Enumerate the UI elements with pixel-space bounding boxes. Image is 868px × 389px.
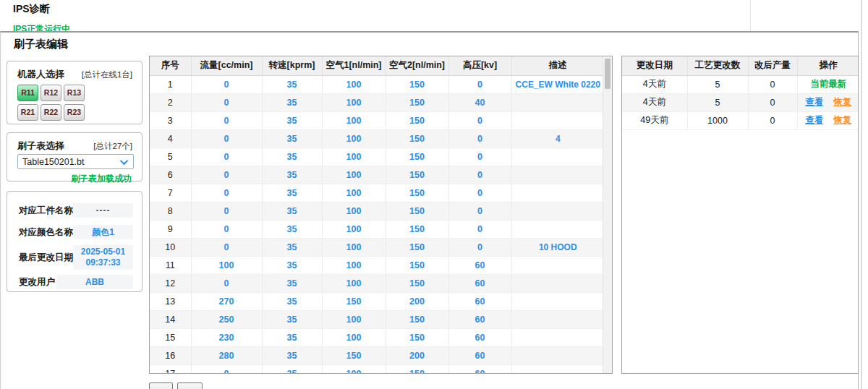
- cell-air2[interactable]: 150: [386, 111, 448, 129]
- cell-speed[interactable]: 35: [262, 129, 322, 148]
- cell-flow[interactable]: 0: [191, 364, 262, 374]
- cell-speed[interactable]: 35: [262, 274, 322, 292]
- cell-highvoltage[interactable]: 0: [448, 220, 511, 238]
- cell-description[interactable]: [511, 256, 604, 274]
- cell-speed[interactable]: 35: [262, 220, 322, 238]
- cell-air2[interactable]: 150: [386, 220, 448, 238]
- cell-highvoltage[interactable]: 0: [448, 148, 511, 166]
- cell-air2[interactable]: 150: [386, 202, 448, 220]
- cell-air2[interactable]: 200: [386, 346, 448, 364]
- cell-flow[interactable]: 0: [191, 202, 262, 220]
- cell-highvoltage[interactable]: 40: [448, 93, 511, 111]
- cell-air1[interactable]: 100: [322, 364, 386, 374]
- cell-highvoltage[interactable]: 0: [448, 129, 511, 148]
- cell-air2[interactable]: 200: [386, 292, 448, 310]
- cell-flow[interactable]: 0: [191, 274, 262, 292]
- brush-table-dropdown[interactable]: Table150201.bt: [17, 154, 134, 169]
- cell-air2[interactable]: 150: [386, 310, 448, 328]
- scrollbar-thumb[interactable]: [605, 59, 610, 89]
- cell-air1[interactable]: 100: [322, 75, 386, 93]
- cell-air2[interactable]: 150: [386, 93, 448, 111]
- cell-highvoltage[interactable]: 0: [448, 238, 511, 256]
- cell-highvoltage[interactable]: 0: [448, 184, 511, 202]
- robot-button-r12[interactable]: R12: [41, 85, 61, 101]
- cell-air2[interactable]: 150: [386, 148, 448, 166]
- cell-speed[interactable]: 35: [262, 184, 322, 202]
- cell-description[interactable]: [511, 111, 604, 129]
- view-link[interactable]: 查看: [805, 115, 823, 125]
- cell-air2[interactable]: 150: [386, 364, 448, 374]
- cell-air1[interactable]: 100: [322, 310, 386, 328]
- cell-flow[interactable]: 0: [191, 111, 262, 129]
- cell-air1[interactable]: 100: [322, 184, 386, 202]
- cell-description[interactable]: [511, 220, 604, 238]
- cell-speed[interactable]: 35: [262, 238, 322, 256]
- cell-air2[interactable]: 150: [386, 166, 448, 184]
- cell-air1[interactable]: 100: [322, 274, 386, 292]
- cell-description[interactable]: [511, 328, 604, 346]
- robot-button-r13[interactable]: R13: [64, 85, 85, 101]
- cell-air1[interactable]: 100: [322, 111, 386, 129]
- restore-link[interactable]: 恢复: [833, 115, 851, 125]
- cell-flow[interactable]: 230: [191, 328, 262, 346]
- cell-highvoltage[interactable]: 60: [448, 292, 511, 310]
- cell-speed[interactable]: 35: [262, 93, 322, 111]
- cell-highvoltage[interactable]: 0: [448, 75, 511, 93]
- cell-air1[interactable]: 100: [322, 220, 386, 238]
- cell-description[interactable]: [511, 202, 604, 220]
- cell-speed[interactable]: 35: [262, 75, 322, 93]
- cell-air1[interactable]: 100: [322, 238, 386, 256]
- cell-air1[interactable]: 100: [322, 148, 386, 166]
- cell-description[interactable]: 10 HOOD: [511, 238, 604, 256]
- cell-speed[interactable]: 35: [262, 256, 322, 274]
- cell-air1[interactable]: 100: [322, 256, 386, 274]
- cell-air2[interactable]: 150: [386, 129, 448, 148]
- cell-flow[interactable]: 280: [191, 346, 262, 364]
- cell-air2[interactable]: 150: [386, 75, 448, 93]
- cell-speed[interactable]: 35: [262, 148, 322, 166]
- cell-speed[interactable]: 35: [262, 202, 322, 220]
- cell-air2[interactable]: 150: [386, 328, 448, 346]
- cell-highvoltage[interactable]: 0: [448, 111, 511, 129]
- robot-button-r21[interactable]: R21: [17, 104, 38, 121]
- cell-flow[interactable]: 0: [191, 220, 262, 238]
- cell-air1[interactable]: 100: [322, 328, 386, 346]
- cell-description[interactable]: [511, 364, 604, 374]
- cell-flow[interactable]: 0: [191, 238, 262, 256]
- save-button[interactable]: [149, 382, 173, 389]
- cell-air2[interactable]: 150: [386, 238, 448, 256]
- cell-description[interactable]: CCE_EW White 0220: [511, 75, 604, 93]
- robot-button-r22[interactable]: R22: [41, 104, 61, 121]
- cell-flow[interactable]: 0: [191, 148, 262, 166]
- cell-highvoltage[interactable]: 60: [448, 346, 511, 364]
- view-link[interactable]: 查看: [805, 97, 823, 107]
- cell-description[interactable]: [511, 93, 604, 111]
- cell-air2[interactable]: 150: [386, 184, 448, 202]
- cell-description[interactable]: [511, 148, 604, 166]
- cell-air1[interactable]: 100: [322, 166, 386, 184]
- cell-flow[interactable]: 100: [191, 256, 262, 274]
- cell-speed[interactable]: 35: [262, 328, 322, 346]
- cell-flow[interactable]: 0: [191, 166, 262, 184]
- cell-flow[interactable]: 0: [191, 75, 262, 93]
- cell-air1[interactable]: 100: [322, 202, 386, 220]
- robot-button-r23[interactable]: R23: [64, 104, 85, 121]
- cell-highvoltage[interactable]: 60: [448, 310, 511, 328]
- cell-description[interactable]: [511, 310, 604, 328]
- vertical-scrollbar[interactable]: [603, 56, 612, 373]
- cell-description[interactable]: [511, 292, 604, 310]
- back-button[interactable]: ←: [177, 382, 203, 389]
- cell-highvoltage[interactable]: 60: [448, 328, 511, 346]
- cell-highvoltage[interactable]: 60: [448, 364, 511, 374]
- cell-air1[interactable]: 100: [322, 129, 386, 148]
- cell-flow[interactable]: 0: [191, 129, 262, 148]
- cell-speed[interactable]: 35: [262, 292, 322, 310]
- cell-description[interactable]: [511, 166, 604, 184]
- cell-air1[interactable]: 100: [322, 93, 386, 111]
- cell-description[interactable]: [511, 184, 604, 202]
- cell-description[interactable]: [511, 346, 604, 364]
- cell-highvoltage[interactable]: 0: [448, 166, 511, 184]
- cell-speed[interactable]: 35: [262, 111, 322, 129]
- cell-highvoltage[interactable]: 0: [448, 202, 511, 220]
- robot-button-r11[interactable]: R11: [17, 85, 38, 101]
